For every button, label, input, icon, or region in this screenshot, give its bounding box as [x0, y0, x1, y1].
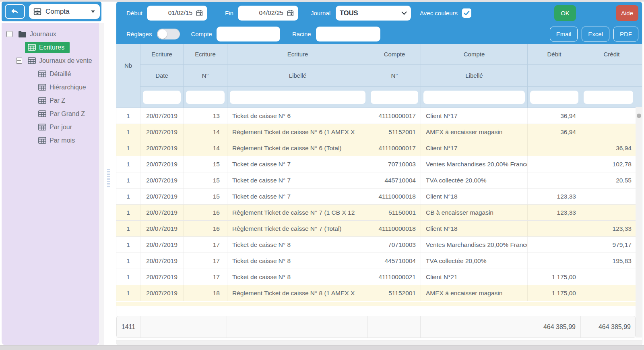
tree-item-label: Par jour — [50, 124, 72, 131]
toolbar: Début Fin — [116, 2, 642, 44]
sub-header-libelle: Libellé — [421, 65, 528, 87]
table-header: Nb Ecriture Ecriture Ecriture Compte Com… — [116, 44, 642, 108]
avec-couleurs-checkbox[interactable] — [462, 8, 471, 18]
tree-expander-icon[interactable] — [6, 31, 12, 37]
tree-item-label: Par Grand Z — [50, 110, 85, 118]
table-row[interactable]: 1 20/07/2019 17 Ticket de caisse N° 8 41… — [116, 269, 642, 285]
sidebar-item-d-taill-[interactable]: Détaillé — [2, 67, 99, 81]
excel-button[interactable]: Excel — [582, 27, 609, 41]
vertical-scrollbar-thumb[interactable] — [637, 114, 641, 118]
sidebar-header: Compta — [2, 2, 101, 21]
tree-item-label: Par Z — [50, 97, 65, 104]
sub-header-empty — [528, 65, 581, 87]
aide-button[interactable]: Aide — [616, 5, 638, 21]
table-icon — [38, 70, 46, 77]
table-row[interactable]: 1 20/07/2019 15 Ticket de caisse N° 7 44… — [116, 172, 642, 188]
sub-header-empty — [581, 65, 642, 87]
tree-item-label: Par mois — [50, 137, 75, 144]
group-header-ecriture: Ecriture — [184, 44, 227, 65]
footer-nb-total: 1411 — [117, 316, 140, 338]
sidebar-tree: Journaux Ecritures — [2, 23, 99, 345]
sub-header-numero: N° — [184, 65, 227, 87]
filter-input-ecriture-libelle[interactable] — [230, 91, 365, 104]
table-row[interactable]: 1 20/07/2019 16 Règlement Ticket de cais… — [116, 205, 642, 221]
sidebar-item-par-grand-z[interactable]: Par Grand Z — [2, 107, 99, 120]
filter-input-compte-numero[interactable] — [371, 91, 418, 104]
group-header-credit: Crédit — [581, 44, 642, 65]
group-header-debit: Débit — [528, 44, 581, 65]
reglages-label: Réglages — [126, 31, 152, 37]
filter-input-compte-libelle[interactable] — [423, 91, 525, 104]
footer-credit-total: 464 385,99 — [581, 316, 635, 338]
sub-header-libelle: Libellé — [227, 65, 368, 87]
table-row[interactable]: 1 20/07/2019 18 Règlement Ticket de cais… — [116, 285, 642, 301]
sidebar-item-par-jour[interactable]: Par jour — [2, 120, 99, 134]
fin-label: Fin — [225, 10, 233, 17]
sidebar-item-hi-rarchique[interactable]: Hiérarchique — [2, 81, 99, 94]
back-button[interactable] — [5, 4, 25, 19]
table-row[interactable]: 1 20/07/2019 15 Ticket de caisse N° 7 41… — [116, 188, 642, 205]
group-header-compte: Compte — [421, 44, 528, 65]
debut-date-field[interactable] — [147, 6, 207, 21]
tree-item-label: Détaillé — [50, 70, 71, 78]
filter-input-ecriture-numero[interactable] — [186, 91, 225, 104]
tree-item-label: Ecritures — [39, 44, 64, 51]
journal-select-value: TOUS — [340, 9, 358, 17]
sidebar-item-journaux-de-vente[interactable]: Journaux de vente — [2, 54, 99, 67]
pdf-button[interactable]: PDF — [613, 27, 638, 41]
racine-label: Racine — [292, 31, 311, 37]
back-arrow-icon — [10, 7, 20, 17]
journal-select[interactable]: TOUS — [336, 6, 411, 21]
column-header-nb: Nb — [116, 44, 140, 87]
table-row[interactable]: 1 20/07/2019 17 Ticket de caisse N° 8 44… — [116, 253, 642, 269]
reglages-toggle[interactable] — [157, 29, 180, 39]
debut-date-input[interactable] — [151, 9, 192, 17]
horizontal-scrollbar[interactable] — [116, 340, 642, 345]
fin-date-input[interactable] — [242, 9, 283, 17]
chevron-down-icon — [401, 11, 407, 15]
table-icon — [28, 57, 36, 64]
table-row[interactable]: 1 20/07/2019 15 Ticket de caisse N° 7 70… — [116, 156, 642, 172]
sub-header-numero: N° — [368, 65, 421, 87]
calendar-icon[interactable] — [196, 9, 203, 17]
tree-item-label: Hiérarchique — [50, 84, 86, 91]
fin-date-field[interactable] — [238, 6, 298, 21]
email-button[interactable]: Email — [550, 27, 578, 41]
sidebar-item-par-z[interactable]: Par Z — [2, 94, 99, 107]
table-row[interactable]: 1 20/07/2019 16 Règlement Ticket de cais… — [116, 221, 642, 237]
partial-next-row — [116, 302, 636, 306]
table-icon — [38, 97, 46, 104]
racine-input[interactable] — [319, 30, 377, 37]
window-bottom-scrollbar[interactable] — [0, 345, 644, 350]
ok-button[interactable]: OK — [554, 5, 576, 21]
tree-item-label: Journaux — [30, 31, 56, 38]
check-icon — [464, 10, 470, 16]
sidebar-item-ecritures[interactable]: Ecritures — [2, 41, 99, 54]
tree-item-label: Journaux de vente — [39, 57, 92, 64]
main-panel: Début Fin — [116, 2, 642, 345]
toggle-knob — [158, 29, 167, 39]
racine-field[interactable] — [316, 27, 380, 41]
table-row[interactable]: 1 20/07/2019 14 Règlement Ticket de cais… — [116, 124, 642, 140]
footer-debit-total: 464 385,99 — [527, 316, 581, 338]
calendar-icon[interactable] — [287, 9, 294, 17]
group-header-ecriture: Ecriture — [140, 44, 184, 65]
table-icon — [38, 124, 46, 130]
compte-field[interactable] — [217, 27, 280, 41]
compte-label: Compte — [191, 31, 212, 37]
filter-input-credit[interactable] — [584, 91, 633, 104]
vertical-scrollbar[interactable] — [636, 107, 642, 338]
filter-input-debit[interactable] — [530, 91, 578, 104]
table-row[interactable]: 1 20/07/2019 13 Ticket de caisse N° 6 41… — [116, 108, 642, 124]
panel-splitter-handle[interactable] — [107, 169, 110, 187]
tree-expander-icon[interactable] — [16, 58, 22, 64]
table-row[interactable]: 1 20/07/2019 14 Règlement Ticket de cais… — [116, 140, 642, 156]
table-row[interactable]: 1 20/07/2019 17 Ticket de caisse N° 8 70… — [116, 237, 642, 253]
filter-input-date[interactable] — [143, 91, 181, 104]
compte-input[interactable] — [220, 30, 277, 37]
sidebar-item-par-mois[interactable]: Par mois — [2, 134, 99, 147]
app-module-select[interactable]: Compta — [29, 4, 100, 19]
sidebar-item-journaux[interactable]: Journaux — [2, 27, 99, 41]
folder-icon — [18, 31, 27, 38]
debut-label: Début — [126, 10, 142, 17]
